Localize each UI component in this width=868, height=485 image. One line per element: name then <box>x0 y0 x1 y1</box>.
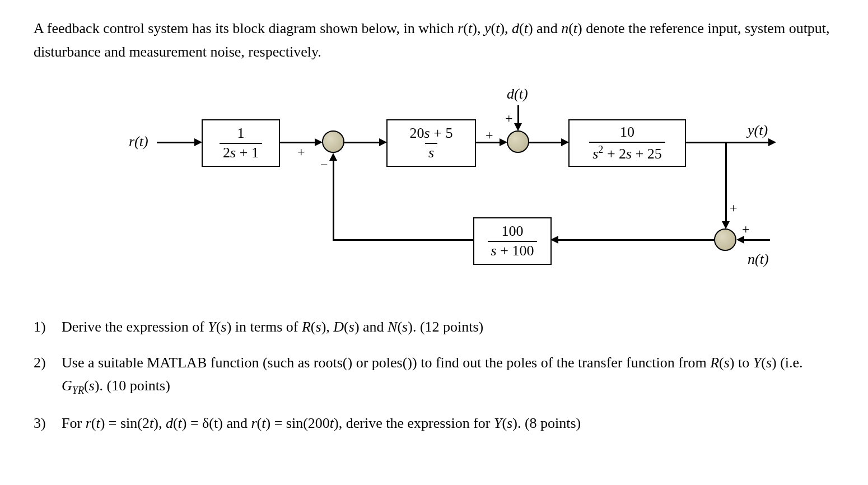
question-number: 2) <box>34 351 62 399</box>
question-number: 3) <box>34 412 62 435</box>
summing-junction-1 <box>322 130 344 153</box>
prefilter-den: 2s + 1 <box>220 143 262 161</box>
prefilter-num: 1 <box>234 125 248 143</box>
problem-intro: A feedback control system has its block … <box>34 17 834 63</box>
sum1-plus: + <box>297 144 305 160</box>
sum3-plus-right: + <box>742 222 750 237</box>
plant-den: s2 + 2s + 25 <box>589 142 665 162</box>
question-text: Use a suitable MATLAB function (such as … <box>62 351 834 399</box>
controller-num: 20s + 5 <box>407 125 456 143</box>
question-text: For r(t) = sin(2t), d(t) = δ(t) and r(t)… <box>62 412 834 435</box>
sum1-minus: − <box>320 157 328 172</box>
question-2: 2) Use a suitable MATLAB function (such … <box>34 351 834 399</box>
controller-den: s <box>425 143 437 161</box>
sensor-den: s + 100 <box>488 241 538 259</box>
sensor-num: 100 <box>498 223 526 241</box>
sensor-block: 100 s + 100 <box>473 217 552 265</box>
plant-block: 10 s2 + 2s + 25 <box>568 119 686 167</box>
summing-junction-2 <box>507 130 529 153</box>
plant-num: 10 <box>617 124 638 142</box>
question-text: Derive the expression of Y(s) in terms o… <box>62 315 834 339</box>
sum2-plus-top: + <box>505 111 513 126</box>
sum3-plus-top: + <box>730 200 738 216</box>
questions-list: 1) Derive the expression of Y(s) in term… <box>34 315 834 435</box>
question-3: 3) For r(t) = sin(2t), d(t) = δ(t) and r… <box>34 412 834 435</box>
summing-junction-3 <box>714 228 736 251</box>
prefilter-block: 1 2s + 1 <box>202 119 280 167</box>
question-number: 1) <box>34 315 62 339</box>
signal-n-label: n(t) <box>748 251 769 268</box>
signal-y-label: y(t) <box>748 122 768 139</box>
signal-r-label: r(t) <box>129 133 148 150</box>
controller-block: 20s + 5 s <box>386 119 476 167</box>
signal-d-label: d(t) <box>507 86 528 102</box>
sum2-plus-left: + <box>486 128 493 143</box>
question-1: 1) Derive the expression of Y(s) in term… <box>34 315 834 339</box>
block-diagram: r(t) 1 2s + 1 + − 20s + 5 s + d(t) + <box>98 86 770 299</box>
